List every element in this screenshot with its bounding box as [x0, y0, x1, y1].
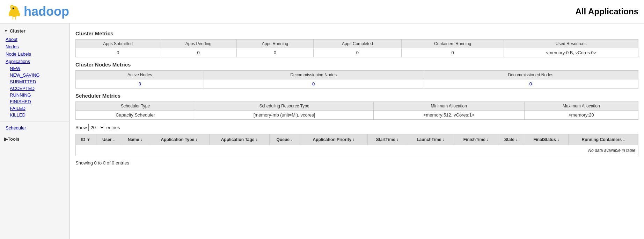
show-entries-select[interactable]: 10 20 50 100 [88, 124, 105, 131]
th-running-containers-sort-icon: ↕ [623, 137, 625, 142]
val-apps-completed: 0 [314, 48, 402, 57]
th-final-status[interactable]: FinalStatus ↕ [524, 134, 569, 145]
header: hadoop All Applications [0, 0, 644, 23]
tools-section: ▶ Tools [0, 134, 69, 144]
val-decommissioning-nodes[interactable]: 0 [204, 79, 423, 89]
entries-suffix: entries [107, 125, 120, 130]
svg-point-3 [13, 8, 14, 9]
cluster-nodes-metrics-title: Cluster Nodes Metrics [75, 62, 638, 68]
tools-label: Tools [8, 136, 20, 142]
scheduler-metrics-header-row: Scheduler Type Scheduling Resource Type … [76, 102, 638, 111]
sidebar-item-nodes[interactable]: Nodes [0, 43, 69, 50]
cluster-metrics-table: Apps Submitted Apps Pending Apps Running… [75, 39, 638, 57]
sidebar-item-running[interactable]: RUNNING [0, 92, 69, 98]
col-apps-running: Apps Running [236, 40, 313, 48]
col-decommissioning-nodes: Decommissioning Nodes [204, 71, 423, 79]
hadoop-logo: hadoop [6, 3, 69, 20]
th-name[interactable]: Name ↕ [121, 134, 149, 145]
logo-area: hadoop [6, 3, 69, 20]
col-used-resources: Used Resources [504, 40, 638, 48]
show-entries-row: Show 10 20 50 100 entries [75, 124, 638, 131]
th-app-tags-label: Application Tags [221, 137, 255, 142]
sidebar-item-scheduler[interactable]: Scheduler [0, 124, 69, 132]
th-launch-time[interactable]: LaunchTime ↕ [407, 134, 454, 145]
no-data-row: No data available in table [76, 145, 638, 156]
tools-arrow: ▶ [4, 136, 8, 142]
cluster-metrics-title: Cluster Metrics [75, 30, 638, 36]
svg-point-4 [11, 5, 13, 6]
tools-section-header[interactable]: ▶ Tools [0, 134, 69, 144]
cluster-arrow: ▼ [4, 29, 8, 33]
th-queue[interactable]: Queue ↕ [269, 134, 300, 145]
th-final-status-sort-icon: ↕ [557, 137, 559, 142]
th-queue-sort-icon: ↕ [291, 137, 293, 142]
sidebar-item-finished[interactable]: FINISHED [0, 98, 69, 105]
val-active-nodes[interactable]: 3 [76, 79, 204, 89]
th-id[interactable]: ID ▼ [76, 134, 96, 145]
val-apps-submitted: 0 [76, 48, 160, 57]
th-app-type-label: Application Type [161, 137, 194, 142]
th-user-label: User [102, 137, 112, 142]
scheduler-metrics-table: Scheduler Type Scheduling Resource Type … [75, 101, 638, 120]
no-data-cell: No data available in table [76, 145, 638, 156]
body-wrapper: ▼ Cluster About Nodes Node Labels Applic… [0, 23, 644, 239]
col-scheduling-resource-type: Scheduling Resource Type [195, 102, 374, 111]
cluster-section-header[interactable]: ▼ Cluster [0, 26, 69, 36]
th-running-containers-label: Running Containers [582, 137, 622, 142]
sidebar-divider [0, 121, 69, 121]
th-user-sort-icon: ↕ [113, 137, 115, 142]
th-state-label: State [504, 137, 514, 142]
th-id-label: ID [81, 137, 85, 142]
sidebar-item-failed[interactable]: FAILED [0, 105, 69, 112]
th-application-tags[interactable]: Application Tags ↕ [209, 134, 269, 145]
th-state[interactable]: State ↕ [498, 134, 524, 145]
th-launch-time-sort-icon: ↕ [442, 137, 445, 142]
sidebar-item-node-labels[interactable]: Node Labels [0, 50, 69, 58]
val-scheduling-resource-type: [memory-mb (unit=Mi), vcores] [195, 111, 374, 120]
col-minimum-allocation: Minimum Allocation [373, 102, 524, 111]
val-decommissioned-nodes[interactable]: 0 [423, 79, 638, 89]
show-label: Show [75, 125, 87, 130]
page-wrapper: hadoop All Applications ▼ Cluster About … [0, 0, 644, 239]
sidebar-item-about[interactable]: About [0, 36, 69, 43]
col-apps-submitted: Apps Submitted [76, 40, 160, 48]
col-scheduler-type: Scheduler Type [76, 102, 195, 111]
col-apps-pending: Apps Pending [160, 40, 237, 48]
sidebar-item-applications[interactable]: Applications [0, 58, 69, 65]
col-decommissioned-nodes: Decommissioned Nodes [423, 71, 638, 79]
col-containers-running: Containers Running [401, 40, 504, 48]
th-app-tags-sort-icon: ↕ [256, 137, 258, 142]
th-start-time[interactable]: StartTime ↕ [367, 134, 407, 145]
th-state-sort-icon: ↕ [515, 137, 518, 142]
th-user[interactable]: User ↕ [96, 134, 121, 145]
th-application-priority[interactable]: Application Priority ↕ [300, 134, 367, 145]
th-running-containers[interactable]: Running Containers ↕ [569, 134, 638, 145]
th-id-sort-icon: ▼ [87, 137, 91, 142]
th-finish-time-sort-icon: ↕ [486, 137, 489, 142]
th-queue-label: Queue [277, 137, 290, 142]
scheduler-metrics-title: Scheduler Metrics [75, 93, 638, 99]
page-title: All Applications [576, 7, 638, 16]
cluster-nodes-header-row: Active Nodes Decommissioning Nodes Decom… [76, 71, 638, 79]
th-finish-time-label: FinishTime [463, 137, 485, 142]
cluster-nodes-data-row: 3 0 0 [76, 79, 638, 89]
cluster-label: Cluster [10, 28, 25, 34]
sidebar-item-new-saving[interactable]: NEW_SAVING [0, 72, 69, 78]
sidebar-item-killed[interactable]: KILLED [0, 112, 69, 118]
th-finish-time[interactable]: FinishTime ↕ [454, 134, 498, 145]
sidebar-item-new[interactable]: NEW [0, 65, 69, 72]
th-launch-time-label: LaunchTime [417, 137, 441, 142]
th-name-sort-icon: ↕ [140, 137, 142, 142]
sidebar-item-accepted[interactable]: ACCEPTED [0, 85, 69, 92]
main-content: Cluster Metrics Apps Submitted Apps Pend… [70, 23, 644, 239]
val-scheduler-type: Capacity Scheduler [76, 111, 195, 120]
col-maximum-allocation: Maximum Allocation [524, 102, 638, 111]
sidebar-item-submitted[interactable]: SUBMITTED [0, 78, 69, 85]
th-application-type[interactable]: Application Type ↕ [149, 134, 209, 145]
hadoop-logo-text: hadoop [24, 4, 69, 19]
cluster-section: ▼ Cluster About Nodes Node Labels Applic… [0, 26, 69, 132]
col-active-nodes: Active Nodes [76, 71, 204, 79]
cluster-nodes-metrics-table: Active Nodes Decommissioning Nodes Decom… [75, 70, 638, 89]
th-app-type-sort-icon: ↕ [196, 137, 198, 142]
val-apps-running: 0 [236, 48, 313, 57]
